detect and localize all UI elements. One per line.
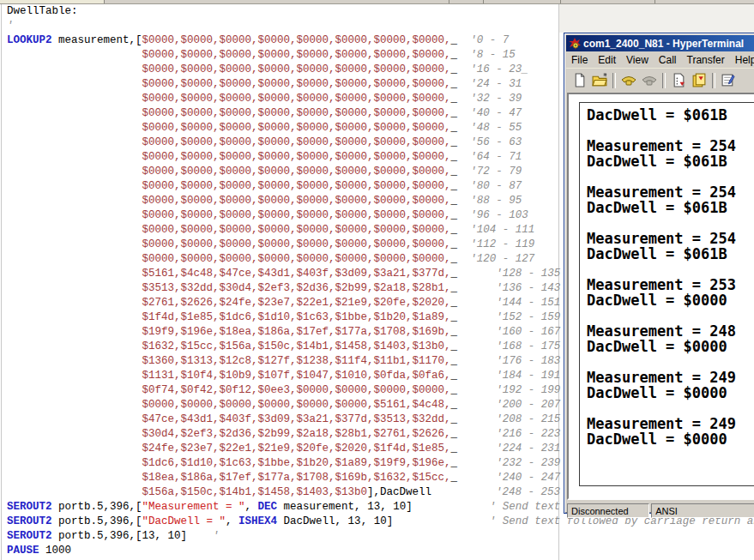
- terminal-screen[interactable]: DacDwell = $061B Measurement = 254 DacDw…: [567, 93, 754, 500]
- toolbar-separator: [712, 73, 715, 88]
- status-emulation: ANSI: [651, 503, 754, 518]
- code-line: PAUSE 1000: [0, 544, 754, 558]
- screen: DwellTable:'LOOKUP2 measurement,[$0000,$…: [0, 0, 754, 560]
- cropped-toolbar-strip: [0, 0, 754, 4]
- hyperterminal-icon: [569, 38, 581, 50]
- editor-gutter-fill: [559, 0, 754, 33]
- menu-item-transfer[interactable]: Transfer: [682, 52, 730, 68]
- new-file-icon[interactable]: [569, 71, 589, 90]
- send-file-icon[interactable]: [668, 71, 689, 90]
- toolbar: [566, 68, 754, 92]
- hyperterminal-window: com1_2400_N81 - HyperTerminal FileEditVi…: [564, 33, 754, 514]
- toolbar-separator: [612, 73, 616, 88]
- receive-file-icon[interactable]: [689, 71, 709, 90]
- code-line: SEROUT2 portb.5,396,[13, 10] ': [0, 529, 754, 544]
- terminal-paper: DacDwell = $061B Measurement = 254 DacDw…: [579, 102, 754, 486]
- properties-icon[interactable]: [718, 71, 739, 90]
- cropped-tab: [0, 0, 105, 3]
- status-connection: Disconnected: [567, 503, 649, 518]
- menu-item-view[interactable]: View: [621, 52, 654, 68]
- call-icon[interactable]: [618, 71, 639, 90]
- open-file-icon[interactable]: [589, 71, 610, 90]
- window-title: com1_2400_N81 - HyperTerminal: [583, 38, 744, 50]
- title-bar[interactable]: com1_2400_N81 - HyperTerminal: [566, 35, 754, 51]
- menu-bar: FileEditViewCallTransferHelp: [566, 51, 754, 68]
- menu-item-call[interactable]: Call: [654, 52, 682, 68]
- menu-item-file[interactable]: File: [566, 52, 593, 68]
- menu-item-help[interactable]: Help: [730, 52, 754, 68]
- status-bar: Disconnected ANSI: [566, 501, 754, 520]
- terminal-output: DacDwell = $061B Measurement = 254 DacDw…: [580, 103, 754, 447]
- disconnect-icon[interactable]: [639, 71, 660, 90]
- toolbar-separator: [662, 73, 666, 88]
- menu-item-edit[interactable]: Edit: [593, 52, 621, 68]
